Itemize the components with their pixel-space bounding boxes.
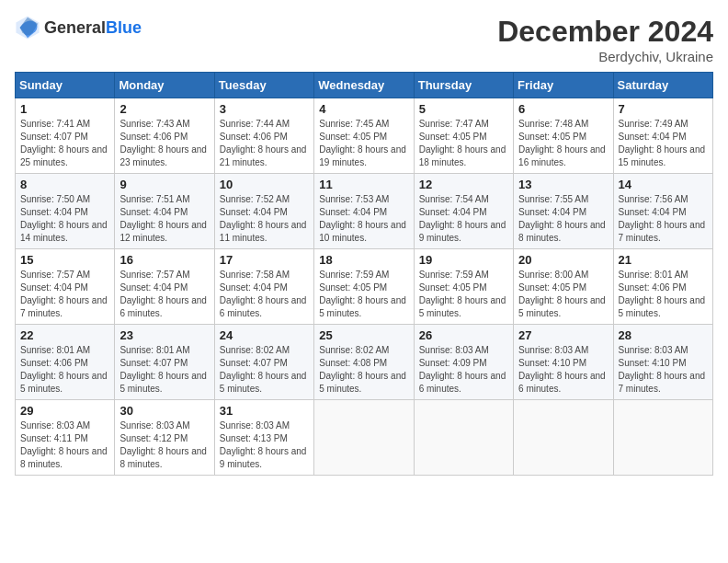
day-number: 22	[20, 328, 109, 342]
day-info: Sunrise: 8:01 AMSunset: 4:06 PMDaylight:…	[20, 344, 109, 396]
col-tuesday: Tuesday	[214, 73, 313, 98]
day-info: Sunrise: 8:03 AMSunset: 4:11 PMDaylight:…	[20, 419, 109, 471]
table-row: 15Sunrise: 7:57 AMSunset: 4:04 PMDayligh…	[16, 249, 115, 325]
day-info: Sunrise: 8:03 AMSunset: 4:12 PMDaylight:…	[119, 419, 209, 471]
day-info: Sunrise: 8:03 AMSunset: 4:10 PMDaylight:…	[518, 344, 608, 396]
day-number: 5	[419, 102, 508, 116]
table-row	[514, 400, 613, 476]
day-number: 15	[20, 253, 109, 267]
calendar-week-row: 15Sunrise: 7:57 AMSunset: 4:04 PMDayligh…	[16, 249, 713, 325]
day-number: 31	[220, 404, 309, 418]
table-row	[314, 400, 414, 476]
table-row: 5Sunrise: 7:47 AMSunset: 4:05 PMDaylight…	[414, 98, 513, 174]
day-info: Sunrise: 7:47 AMSunset: 4:05 PMDaylight:…	[419, 118, 508, 169]
table-row: 10Sunrise: 7:52 AMSunset: 4:04 PMDayligh…	[214, 174, 313, 249]
table-row: 20Sunrise: 8:00 AMSunset: 4:05 PMDayligh…	[514, 249, 613, 325]
day-number: 13	[518, 178, 608, 191]
title-area: December 2024 Berdychiv, Ukraine	[497, 15, 713, 64]
day-info: Sunrise: 8:02 AMSunset: 4:07 PMDaylight:…	[220, 344, 309, 396]
calendar-week-row: 1Sunrise: 7:41 AMSunset: 4:07 PMDaylight…	[16, 98, 713, 174]
day-number: 17	[220, 253, 309, 267]
day-info: Sunrise: 7:50 AMSunset: 4:04 PMDaylight:…	[20, 193, 109, 245]
day-number: 27	[518, 328, 608, 342]
table-row: 17Sunrise: 7:58 AMSunset: 4:04 PMDayligh…	[214, 249, 313, 325]
day-number: 6	[518, 102, 608, 116]
day-number: 21	[619, 253, 708, 267]
day-number: 7	[619, 102, 708, 116]
table-row: 11Sunrise: 7:53 AMSunset: 4:04 PMDayligh…	[314, 174, 414, 249]
table-row: 26Sunrise: 8:03 AMSunset: 4:09 PMDayligh…	[414, 325, 513, 400]
day-info: Sunrise: 8:03 AMSunset: 4:13 PMDaylight:…	[220, 419, 309, 471]
day-number: 25	[319, 328, 408, 342]
table-row	[613, 400, 712, 476]
day-info: Sunrise: 7:59 AMSunset: 4:05 PMDaylight:…	[319, 269, 408, 320]
day-info: Sunrise: 8:00 AMSunset: 4:05 PMDaylight:…	[518, 269, 608, 320]
calendar-header-row: Sunday Monday Tuesday Wednesday Thursday…	[16, 73, 713, 98]
day-info: Sunrise: 7:43 AMSunset: 4:06 PMDaylight:…	[119, 118, 209, 169]
day-info: Sunrise: 7:53 AMSunset: 4:04 PMDaylight:…	[319, 193, 408, 245]
day-info: Sunrise: 7:41 AMSunset: 4:07 PMDaylight:…	[20, 118, 109, 169]
table-row: 22Sunrise: 8:01 AMSunset: 4:06 PMDayligh…	[16, 325, 115, 400]
day-number: 18	[319, 253, 408, 267]
calendar-table: Sunday Monday Tuesday Wednesday Thursday…	[15, 72, 713, 476]
day-number: 4	[319, 102, 408, 116]
day-info: Sunrise: 8:03 AMSunset: 4:10 PMDaylight:…	[619, 344, 708, 396]
table-row: 13Sunrise: 7:55 AMSunset: 4:04 PMDayligh…	[514, 174, 613, 249]
table-row: 7Sunrise: 7:49 AMSunset: 4:04 PMDaylight…	[613, 98, 712, 174]
day-info: Sunrise: 7:51 AMSunset: 4:04 PMDaylight:…	[119, 193, 209, 245]
col-thursday: Thursday	[414, 73, 513, 98]
day-number: 30	[119, 404, 209, 418]
col-sunday: Sunday	[16, 73, 115, 98]
table-row: 18Sunrise: 7:59 AMSunset: 4:05 PMDayligh…	[314, 249, 414, 325]
table-row: 23Sunrise: 8:01 AMSunset: 4:07 PMDayligh…	[115, 325, 214, 400]
day-info: Sunrise: 7:48 AMSunset: 4:05 PMDaylight:…	[518, 118, 608, 169]
day-number: 23	[119, 328, 209, 342]
day-info: Sunrise: 7:52 AMSunset: 4:04 PMDaylight:…	[220, 193, 309, 245]
table-row: 3Sunrise: 7:44 AMSunset: 4:06 PMDaylight…	[214, 98, 313, 174]
col-monday: Monday	[115, 73, 214, 98]
table-row: 24Sunrise: 8:02 AMSunset: 4:07 PMDayligh…	[214, 325, 313, 400]
day-info: Sunrise: 7:57 AMSunset: 4:04 PMDaylight:…	[119, 269, 209, 320]
day-number: 28	[619, 328, 708, 342]
table-row: 31Sunrise: 8:03 AMSunset: 4:13 PMDayligh…	[214, 400, 313, 476]
table-row: 28Sunrise: 8:03 AMSunset: 4:10 PMDayligh…	[613, 325, 712, 400]
table-row: 19Sunrise: 7:59 AMSunset: 4:05 PMDayligh…	[414, 249, 513, 325]
day-info: Sunrise: 7:44 AMSunset: 4:06 PMDaylight:…	[220, 118, 309, 169]
day-info: Sunrise: 7:54 AMSunset: 4:04 PMDaylight:…	[419, 193, 508, 245]
calendar-week-row: 29Sunrise: 8:03 AMSunset: 4:11 PMDayligh…	[16, 400, 713, 476]
table-row: 25Sunrise: 8:02 AMSunset: 4:08 PMDayligh…	[314, 325, 414, 400]
day-number: 1	[20, 102, 109, 116]
table-row: 2Sunrise: 7:43 AMSunset: 4:06 PMDaylight…	[115, 98, 214, 174]
day-number: 24	[220, 328, 309, 342]
col-saturday: Saturday	[613, 73, 712, 98]
table-row: 14Sunrise: 7:56 AMSunset: 4:04 PMDayligh…	[613, 174, 712, 249]
table-row: 30Sunrise: 8:03 AMSunset: 4:12 PMDayligh…	[115, 400, 214, 476]
col-wednesday: Wednesday	[314, 73, 414, 98]
day-info: Sunrise: 7:58 AMSunset: 4:04 PMDaylight:…	[220, 269, 309, 320]
day-number: 16	[119, 253, 209, 267]
day-number: 3	[220, 102, 309, 116]
day-number: 10	[220, 178, 309, 191]
day-info: Sunrise: 7:56 AMSunset: 4:04 PMDaylight:…	[619, 193, 708, 245]
table-row: 4Sunrise: 7:45 AMSunset: 4:05 PMDaylight…	[314, 98, 414, 174]
logo-icon	[15, 15, 40, 40]
day-number: 19	[419, 253, 508, 267]
month-title: December 2024	[497, 15, 713, 49]
day-info: Sunrise: 7:55 AMSunset: 4:04 PMDaylight:…	[518, 193, 608, 245]
day-info: Sunrise: 8:03 AMSunset: 4:09 PMDaylight:…	[419, 344, 508, 396]
table-row: 9Sunrise: 7:51 AMSunset: 4:04 PMDaylight…	[115, 174, 214, 249]
location-title: Berdychiv, Ukraine	[497, 49, 713, 64]
day-info: Sunrise: 8:02 AMSunset: 4:08 PMDaylight:…	[319, 344, 408, 396]
table-row: 29Sunrise: 8:03 AMSunset: 4:11 PMDayligh…	[16, 400, 115, 476]
table-row: 1Sunrise: 7:41 AMSunset: 4:07 PMDaylight…	[16, 98, 115, 174]
table-row: 6Sunrise: 7:48 AMSunset: 4:05 PMDaylight…	[514, 98, 613, 174]
day-info: Sunrise: 7:57 AMSunset: 4:04 PMDaylight:…	[20, 269, 109, 320]
day-number: 2	[119, 102, 209, 116]
day-number: 12	[419, 178, 508, 191]
day-number: 14	[619, 178, 708, 191]
table-row	[414, 400, 513, 476]
day-number: 26	[419, 328, 508, 342]
header: GeneralBlue December 2024 Berdychiv, Ukr…	[15, 15, 713, 64]
logo: GeneralBlue	[15, 15, 142, 40]
day-info: Sunrise: 7:49 AMSunset: 4:04 PMDaylight:…	[619, 118, 708, 169]
